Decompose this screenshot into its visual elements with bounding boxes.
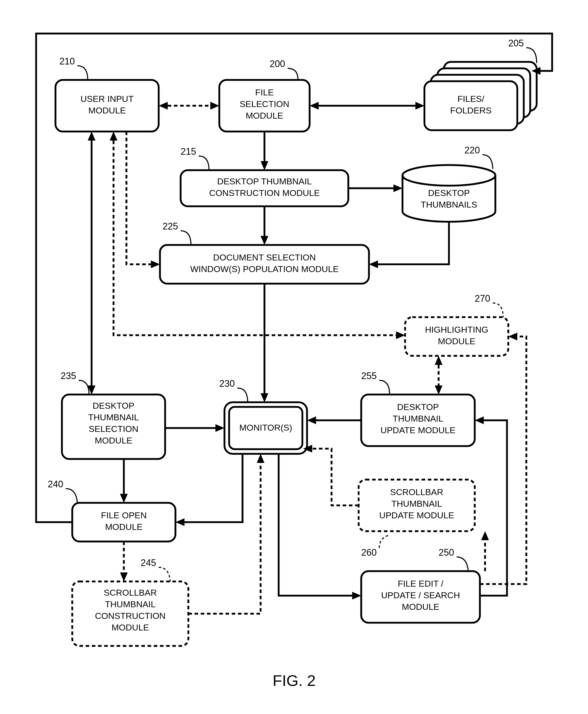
svg-marker-46 xyxy=(151,260,160,268)
n240-l0: FILE OPEN xyxy=(101,510,147,520)
svg-marker-65 xyxy=(352,592,361,600)
n230-l0: MONITOR(S) xyxy=(239,423,292,432)
n270-l0: HIGHLIGHTING xyxy=(425,325,488,334)
svg-marker-61 xyxy=(175,518,185,526)
n260-l1: THUMBNAIL xyxy=(392,499,442,509)
svg-marker-68 xyxy=(508,333,517,340)
n260-l0: SCROLLBAR xyxy=(390,487,443,497)
node-user-input-module: USER INPUTMODULE xyxy=(56,80,159,131)
n215-l0: DESKTOP THUMBNAIL xyxy=(217,176,312,186)
svg-marker-45 xyxy=(260,393,268,402)
n245-l1: THUMBNAIL xyxy=(105,599,155,609)
n200-l2: MODULE xyxy=(246,111,283,121)
n245-l3: MODULE xyxy=(111,623,149,632)
n270-l1: MODULE xyxy=(438,336,475,346)
n210-l0: USER INPUT xyxy=(81,94,134,104)
ref-215: 215 xyxy=(181,146,196,157)
figure-label: FIG. 2 xyxy=(273,672,316,689)
n250-l1: UPDATE / SEARCH xyxy=(381,590,460,600)
svg-marker-64 xyxy=(257,454,265,463)
ref-200: 200 xyxy=(270,59,285,69)
node-desktop-thumbnail-update: DESKTOPTHUMBNAILUPDATE MODULE xyxy=(361,394,475,446)
diagram-canvas: FILES/FOLDERS 205 FILESELECTIONMODULE 20… xyxy=(0,0,588,714)
ref-250: 250 xyxy=(439,547,454,558)
svg-marker-51 xyxy=(88,131,96,140)
node-file-selection-module: FILESELECTIONMODULE xyxy=(219,80,310,131)
svg-marker-63 xyxy=(120,572,128,582)
svg-marker-42 xyxy=(260,236,268,245)
n225-l0: DOCUMENT SELECTION xyxy=(213,253,316,262)
n205-l0: FILES/ xyxy=(458,94,484,104)
node-desktop-thumbnails-db: DESKTOPTHUMBNAILS xyxy=(402,165,496,222)
svg-marker-43 xyxy=(369,260,378,268)
n215-l1: CONSTRUCTION MODULE xyxy=(209,188,320,198)
n200-l0: FILE xyxy=(255,87,274,97)
svg-marker-57 xyxy=(435,356,442,365)
ref-225: 225 xyxy=(163,221,178,232)
n220-l1: THUMBNAILS xyxy=(421,200,477,209)
node-scrollbar-thumbnail-construction: SCROLLBARTHUMBNAILCONSTRUCTIONMODULE xyxy=(72,582,188,646)
svg-marker-47 xyxy=(396,331,405,339)
ref-245: 245 xyxy=(141,558,156,568)
svg-marker-53 xyxy=(215,424,225,432)
node-file-edit-update-search: FILE EDIT /UPDATE / SEARCHMODULE xyxy=(361,571,480,623)
svg-marker-66 xyxy=(475,416,484,424)
n250-l2: MODULE xyxy=(402,602,439,612)
svg-marker-38 xyxy=(260,161,268,170)
node-desktop-thumbnail-construction: DESKTOP THUMBNAILCONSTRUCTION MODULE xyxy=(181,170,348,206)
n245-l0: SCROLLBAR xyxy=(104,588,157,598)
n240-l1: MODULE xyxy=(105,522,142,532)
svg-marker-40 xyxy=(394,185,402,192)
n205-l1: FOLDERS xyxy=(450,106,492,115)
svg-marker-36 xyxy=(310,102,319,110)
n210-l1: MODULE xyxy=(88,106,126,115)
node-scrollbar-thumbnail-update: SCROLLBARTHUMBNAILUPDATE MODULE xyxy=(359,480,475,531)
n255-l2: UPDATE MODULE xyxy=(381,425,455,435)
n220-l0: DESKTOP xyxy=(428,188,470,198)
svg-marker-35 xyxy=(415,102,424,110)
svg-marker-33 xyxy=(159,102,168,110)
n235-l2: SELECTION xyxy=(89,424,139,434)
svg-marker-60 xyxy=(120,494,128,503)
node-monitors: MONITOR(S) xyxy=(225,402,307,454)
node-highlighting-module: HIGHLIGHTINGMODULE xyxy=(405,317,508,356)
node-desktop-thumbnail-selection: DESKTOPTHUMBNAILSELECTIONMODULE xyxy=(62,394,165,459)
svg-marker-58 xyxy=(435,386,442,394)
svg-marker-67 xyxy=(481,531,489,540)
n200-l1: SELECTION xyxy=(240,99,290,109)
ref-240: 240 xyxy=(48,479,63,490)
n255-l1: THUMBNAIL xyxy=(393,414,443,424)
ref-270: 270 xyxy=(475,293,490,304)
ref-260: 260 xyxy=(361,547,377,558)
ref-255: 255 xyxy=(361,370,377,381)
svg-marker-48 xyxy=(110,131,118,140)
node-files-folders: FILES/FOLDERS xyxy=(424,62,537,130)
ref-230: 230 xyxy=(219,378,235,389)
svg-marker-32 xyxy=(210,102,219,110)
ref-220: 220 xyxy=(464,145,480,155)
ref-210: 210 xyxy=(59,56,75,67)
ref-205: 205 xyxy=(508,38,524,48)
ref-235: 235 xyxy=(61,370,76,381)
n235-l0: DESKTOP xyxy=(92,401,134,411)
n235-l1: THUMBNAIL xyxy=(88,412,139,422)
n235-l3: MODULE xyxy=(95,435,132,445)
n245-l2: CONSTRUCTION xyxy=(95,611,166,621)
n250-l0: FILE EDIT / xyxy=(398,579,444,588)
svg-text:MONITOR(S): MONITOR(S) xyxy=(239,423,292,432)
n225-l1: WINDOW(S) POPULATION MODULE xyxy=(190,264,339,274)
n255-l0: DESKTOP xyxy=(397,402,439,412)
node-file-open-module: FILE OPENMODULE xyxy=(72,503,175,541)
node-document-selection-population: DOCUMENT SELECTIONWINDOW(S) POPULATION M… xyxy=(160,245,369,284)
svg-marker-55 xyxy=(307,416,316,424)
n260-l2: UPDATE MODULE xyxy=(379,510,454,520)
